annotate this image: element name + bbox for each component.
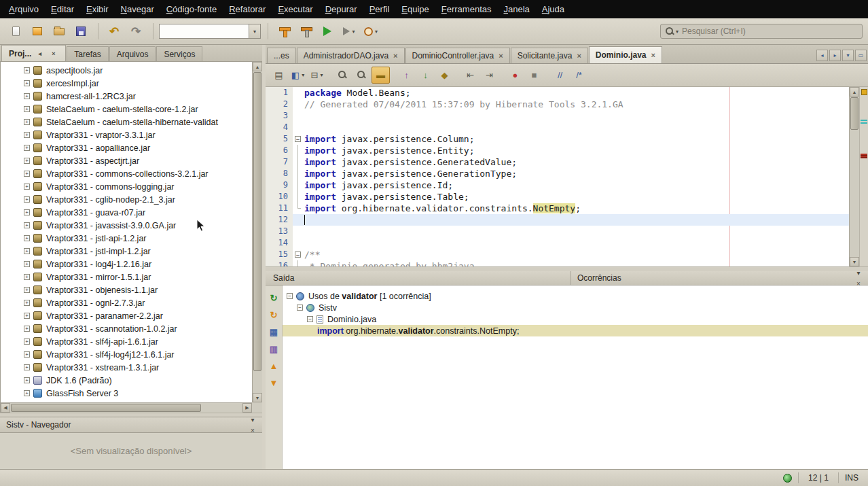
- line-number[interactable]: 14: [266, 237, 293, 249]
- plus-expander-icon[interactable]: +: [24, 390, 30, 396]
- find-button[interactable]: [333, 67, 352, 84]
- line-number[interactable]: 4: [266, 122, 293, 133]
- menu-depurar[interactable]: Depurar: [319, 0, 363, 18]
- fold-column[interactable]: [293, 110, 303, 122]
- tree-item[interactable]: +GlassFish Server 3: [1, 387, 252, 400]
- menu-ferramentas[interactable]: Ferramentas: [435, 0, 498, 18]
- code-line[interactable]: 2// Generated 07/04/2011 15:37:09 by Hib…: [266, 99, 849, 110]
- scroll-tabs-left-button[interactable]: ◂: [816, 50, 828, 61]
- tree-item[interactable]: +Vraptor331 - xstream-1.3.1.jar: [1, 361, 252, 374]
- occurrence-row[interactable]: −Dominio.java: [283, 313, 868, 325]
- tree-item[interactable]: +JDK 1.6 (Padrão): [1, 374, 252, 387]
- plus-expander-icon[interactable]: +: [24, 287, 30, 293]
- plus-expander-icon[interactable]: +: [24, 119, 30, 125]
- tree-item[interactable]: +Vraptor331 - ognl-2.7.3.jar: [1, 296, 252, 309]
- window-menu-dropdown[interactable]: ▾: [853, 267, 864, 278]
- close-icon[interactable]: ×: [499, 52, 503, 60]
- menu-ajuda[interactable]: Ajuda: [536, 0, 571, 18]
- editor-tab-dominio-java[interactable]: Dominio.java×: [589, 46, 662, 63]
- scroll-tabs-right-button[interactable]: ▸: [829, 50, 841, 61]
- fold-column[interactable]: [293, 191, 303, 203]
- plus-expander-icon[interactable]: +: [24, 132, 30, 138]
- plus-expander-icon[interactable]: +: [24, 339, 30, 345]
- tree-item[interactable]: +Vraptor331 - aopalliance.jar: [1, 141, 252, 154]
- line-number[interactable]: 9: [266, 179, 293, 191]
- tree-item[interactable]: +Vraptor331 - slf4j-log4j12-1.6.1.jar: [1, 348, 252, 361]
- show-physical-view-button[interactable]: ▥: [267, 342, 281, 355]
- toggle-search-highlight-button[interactable]: ▬: [372, 67, 390, 84]
- code-text[interactable]: /**: [303, 249, 849, 260]
- plus-expander-icon[interactable]: +: [24, 235, 30, 241]
- code-text[interactable]: import javax.persistence.Id;: [303, 179, 849, 191]
- occurrence-mark-icon[interactable]: [861, 120, 867, 121]
- fold-column[interactable]: [293, 168, 303, 179]
- code-text[interactable]: import javax.persistence.GenerationType;: [303, 168, 849, 179]
- line-number[interactable]: 3: [266, 110, 293, 122]
- fold-column[interactable]: [293, 145, 303, 156]
- close-icon[interactable]: ×: [577, 52, 581, 60]
- plus-expander-icon[interactable]: +: [24, 313, 30, 319]
- menu-executar[interactable]: Executar: [272, 0, 319, 18]
- rerun-button[interactable]: ↻: [267, 308, 281, 322]
- editor-tab-solicitante-java[interactable]: Solicitante.java×: [511, 48, 588, 63]
- comment-lines-button[interactable]: //: [551, 67, 569, 84]
- scroll-down-icon[interactable]: ▼: [253, 393, 262, 402]
- plus-expander-icon[interactable]: +: [24, 209, 30, 215]
- menu-refatorar[interactable]: Refatorar: [223, 0, 272, 18]
- minus-expander-icon[interactable]: −: [297, 305, 303, 311]
- next-occurrence-button[interactable]: ↓: [416, 67, 435, 84]
- chevron-down-icon[interactable]: ▾: [249, 24, 260, 38]
- menu-perfil[interactable]: Perfil: [363, 0, 396, 18]
- tree-item[interactable]: +Vraptor331 - paranamer-2.2.jar: [1, 309, 252, 322]
- run-config-combobox[interactable]: ▾: [159, 24, 261, 39]
- code-text[interactable]: [303, 237, 849, 249]
- tree-item[interactable]: +Vraptor331 - scannotation-1.0.2.jar: [1, 322, 252, 335]
- tree-item[interactable]: +Vraptor331 - commons-logging.jar: [1, 180, 252, 193]
- code-text[interactable]: [303, 110, 849, 122]
- shift-left-button[interactable]: ⇤: [461, 67, 480, 84]
- tree-item[interactable]: +Vraptor331 - cglib-nodep-2.1_3.jar: [1, 193, 252, 206]
- tab-arquivos[interactable]: Arquivos: [109, 46, 156, 61]
- maximize-window-button[interactable]: ▭: [855, 50, 867, 61]
- plus-expander-icon[interactable]: +: [24, 93, 30, 99]
- tree-item[interactable]: +Vraptor331 - javassist-3.9.0.GA.jar: [1, 219, 252, 232]
- code-text[interactable]: [303, 122, 849, 133]
- run-config-input[interactable]: [160, 24, 249, 38]
- tree-item[interactable]: +Vraptor331 - slf4j-api-1.6.1.jar: [1, 335, 252, 348]
- tab-list-dropdown[interactable]: ▾: [842, 50, 854, 61]
- code-line[interactable]: 8import javax.persistence.GenerationType…: [266, 168, 849, 179]
- code-text[interactable]: * Dominio generated by hbm2java: [303, 260, 849, 266]
- fold-column[interactable]: [293, 87, 303, 99]
- previous-occurrence-button[interactable]: ▲: [267, 359, 281, 372]
- code-text[interactable]: [303, 226, 849, 237]
- scroll-down-icon[interactable]: ▼: [850, 257, 859, 266]
- show-logical-view-button[interactable]: ▦: [267, 325, 281, 339]
- code-line[interactable]: 1package Model.Beans;: [266, 87, 849, 99]
- line-number[interactable]: 7: [266, 156, 293, 168]
- line-number[interactable]: 1: [266, 87, 293, 99]
- line-number[interactable]: 16: [266, 260, 293, 266]
- line-number[interactable]: 13: [266, 226, 293, 237]
- fold-column[interactable]: [293, 99, 303, 110]
- redo-button[interactable]: ↷: [126, 22, 146, 41]
- scrollbar-thumb[interactable]: [253, 72, 261, 371]
- plus-expander-icon[interactable]: +: [24, 184, 30, 190]
- editor-tab-administradordao-java[interactable]: AdministradorDAO.java×: [297, 48, 405, 63]
- tree-item[interactable]: +Vraptor331 - jstl-api-1.2.jar: [1, 232, 252, 245]
- minus-expander-icon[interactable]: −: [307, 316, 313, 322]
- next-occurrence-button[interactable]: ▼: [267, 376, 281, 389]
- fold-column[interactable]: [293, 214, 303, 226]
- tree-item[interactable]: +Vraptor331 - vraptor-3.3.1.jar: [1, 128, 252, 141]
- menu-equipe[interactable]: Equipe: [395, 0, 435, 18]
- menu-navegar[interactable]: Navegar: [115, 0, 160, 18]
- fold-column[interactable]: [293, 237, 303, 249]
- tree-item[interactable]: +Vraptor331 - jstl-impl-1.2.jar: [1, 245, 252, 258]
- plus-expander-icon[interactable]: +: [24, 364, 30, 370]
- plus-expander-icon[interactable]: +: [24, 171, 30, 177]
- plus-expander-icon[interactable]: +: [24, 158, 30, 164]
- plus-expander-icon[interactable]: +: [24, 248, 30, 254]
- collapse-fold-icon[interactable]: −: [295, 136, 301, 142]
- code-text[interactable]: import javax.persistence.Table;: [303, 191, 849, 203]
- stop-macro-button[interactable]: ■: [525, 67, 543, 84]
- plus-expander-icon[interactable]: +: [24, 145, 30, 151]
